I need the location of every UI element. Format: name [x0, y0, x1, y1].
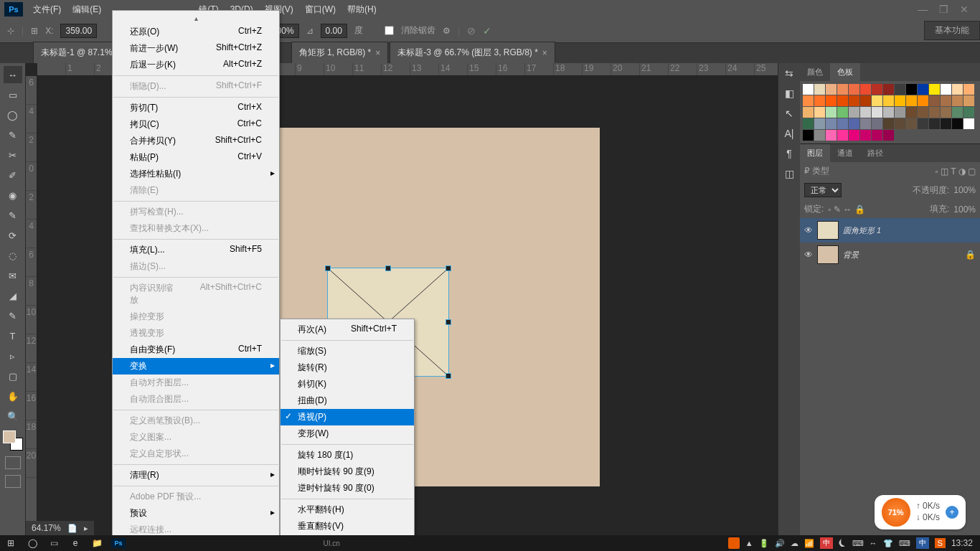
handle-tr[interactable] [446, 265, 451, 271]
swatch[interactable] [849, 84, 859, 95]
angle-field[interactable]: 0.00 [321, 24, 347, 38]
swatch[interactable] [860, 118, 871, 129]
side-icon-0[interactable]: ⇆ [785, 67, 793, 79]
doc-tab-3[interactable]: 未标题-3 @ 66.7% (图层 3, RGB/8) *× [390, 42, 555, 63]
tool-13[interactable]: T [4, 327, 22, 344]
swatch[interactable] [952, 107, 963, 118]
swatch[interactable] [883, 118, 894, 129]
swatch[interactable] [872, 118, 882, 129]
ime-icon[interactable]: 中 [820, 537, 833, 549]
submenu-item[interactable]: 水平翻转(H) [281, 501, 414, 518]
swatch[interactable] [837, 95, 848, 106]
tool-14[interactable]: ▹ [4, 347, 22, 364]
tool-3[interactable]: ✎ [4, 126, 22, 143]
scroll-up-icon[interactable]: ▴ [113, 13, 279, 24]
tool-8[interactable]: ⟳ [4, 227, 22, 244]
zoom-status[interactable]: 64.17% 📄 ▸ [26, 521, 94, 535]
swatch[interactable] [803, 107, 814, 118]
swatch[interactable] [883, 107, 894, 118]
menu-item[interactable]: 变换 [113, 358, 279, 375]
taskbar-icon-1[interactable]: ◯ [22, 535, 43, 551]
submenu-item[interactable]: 斜切(K) [281, 376, 414, 392]
handle-r[interactable] [446, 319, 451, 325]
opacity-value[interactable]: 100% [953, 185, 976, 195]
visibility-icon[interactable]: 👁 [804, 225, 813, 235]
menu-item[interactable]: 自由变换(F)Ctrl+T [113, 342, 279, 358]
swatch[interactable] [814, 107, 825, 118]
ime-icon[interactable]: ⌨ [899, 539, 910, 548]
tray-icon[interactable]: ▲ [745, 539, 753, 547]
doc-tab-1[interactable]: 未标题-1 @ 87.1% [33, 42, 121, 63]
grid-icon[interactable]: ⊞ [31, 26, 38, 36]
tab-swatches[interactable]: 色板 [830, 63, 860, 81]
submenu-item[interactable]: 逆时针旋转 90 度(0) [281, 480, 414, 496]
side-icon-5[interactable]: ◫ [785, 168, 794, 179]
menu-item[interactable]: 粘贴(P)Ctrl+V [113, 149, 279, 166]
cancel-transform-icon[interactable]: ⊘ [467, 25, 476, 37]
fill-value[interactable]: 100% [953, 204, 976, 215]
side-icon-3[interactable]: A| [785, 128, 794, 139]
swatch[interactable] [826, 95, 837, 106]
swatch[interactable] [929, 95, 940, 106]
tool-1[interactable]: ▭ [4, 86, 22, 103]
swatch[interactable] [837, 118, 848, 129]
swatch[interactable] [895, 107, 905, 118]
tool-4[interactable]: ✂ [4, 146, 22, 164]
interpolation-icon[interactable]: ⚙ [443, 26, 451, 36]
ime-icon[interactable]: ⌨ [852, 539, 864, 548]
tray-icon[interactable]: ☁ [791, 539, 798, 548]
side-icon-1[interactable]: ◧ [785, 88, 794, 99]
taskbar-icon-3[interactable]: e [65, 535, 86, 551]
tab-color[interactable]: 颜色 [800, 63, 830, 81]
tray-icon[interactable]: 📶 [804, 539, 814, 548]
side-icon-4[interactable]: ¶ [786, 148, 792, 159]
swatch[interactable] [883, 95, 894, 106]
submenu-item[interactable]: 垂直翻转(V) [281, 518, 414, 534]
swatch[interactable] [803, 118, 814, 129]
swatch[interactable] [883, 130, 894, 141]
system-monitor-widget[interactable]: 71% ↑ 0K/s ↓ 0K/s + [875, 495, 966, 529]
fg-bg-colors[interactable] [3, 430, 23, 451]
swatch[interactable] [872, 130, 882, 141]
swatch[interactable] [837, 130, 848, 141]
swatch[interactable] [963, 107, 974, 118]
menu-edit[interactable]: 编辑(E) [67, 1, 107, 19]
tool-16[interactable]: ✋ [4, 387, 22, 405]
tool-9[interactable]: ◌ [4, 247, 22, 264]
swatch[interactable] [814, 95, 825, 106]
tab-channels[interactable]: 通道 [830, 144, 860, 162]
swatch[interactable] [929, 107, 940, 118]
swatch[interactable] [849, 107, 859, 118]
swatch[interactable] [918, 95, 928, 106]
handle-t[interactable] [385, 265, 391, 271]
ime-icon[interactable]: ↔ [870, 539, 877, 547]
swatch[interactable] [906, 107, 917, 118]
swatch[interactable] [837, 107, 848, 118]
menu-item[interactable]: 前进一步(W)Shift+Ctrl+Z [113, 40, 279, 57]
swatch[interactable] [963, 118, 974, 129]
swatch[interactable] [941, 84, 951, 95]
swatch[interactable] [814, 84, 825, 95]
swatch[interactable] [803, 84, 814, 95]
swatch[interactable] [814, 118, 825, 129]
swatch[interactable] [872, 95, 882, 106]
layer-row[interactable]: 👁背景🔒 [800, 242, 980, 267]
submenu-item[interactable]: 扭曲(D) [281, 392, 414, 409]
swatch[interactable] [929, 84, 940, 95]
taskbar-icon-4[interactable]: 📁 [86, 535, 108, 551]
maximize-button[interactable]: ❐ [939, 4, 948, 15]
swatch[interactable] [918, 107, 928, 118]
swatch[interactable] [826, 130, 837, 141]
swatch[interactable] [963, 84, 974, 95]
swatch[interactable] [872, 84, 882, 95]
close-icon[interactable]: × [375, 48, 380, 58]
swatch[interactable] [906, 84, 917, 95]
tool-15[interactable]: ▢ [4, 367, 22, 385]
swatch[interactable] [803, 130, 814, 141]
swatch[interactable] [849, 118, 859, 129]
swatch[interactable] [814, 130, 825, 141]
taskbar-ps[interactable]: Ps [108, 535, 129, 551]
tool-7[interactable]: ✎ [4, 207, 22, 224]
doc-tab-2[interactable]: 角矩形 1, RGB/8) *× [291, 42, 389, 63]
taskbar-icon-0[interactable]: ⊞ [0, 535, 22, 551]
